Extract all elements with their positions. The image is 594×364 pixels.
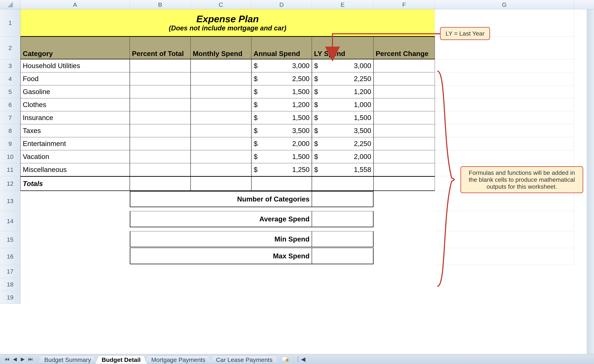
cell-10-A[interactable]: Vacation — [20, 150, 130, 163]
cell-19-G[interactable] — [435, 291, 574, 304]
cell-6-F[interactable] — [373, 98, 435, 111]
cell-19-B[interactable] — [130, 291, 191, 304]
row-header-1[interactable]: 1 — [0, 9, 20, 37]
row-header-5[interactable]: 5 — [0, 85, 20, 98]
column-header-B[interactable]: B — [130, 0, 191, 9]
cell-4-E[interactable]: $2,250 — [312, 72, 373, 85]
totals-cell-A[interactable]: Totals — [20, 176, 130, 191]
cell-6-B[interactable] — [130, 98, 191, 111]
cell-4-C[interactable] — [191, 72, 251, 85]
cell-6-D[interactable]: $1,200 — [251, 98, 312, 111]
cell-5-C[interactable] — [191, 85, 251, 98]
cell-8-D[interactable]: $3,500 — [251, 124, 312, 137]
totals-cell-D[interactable] — [251, 176, 312, 191]
cell-9-A[interactable]: Entertainment — [20, 137, 130, 150]
cell-17-G[interactable] — [435, 265, 574, 278]
summary-label-min-spend[interactable]: Min Spend — [130, 231, 312, 247]
cell-18-D[interactable] — [251, 278, 312, 291]
totals-cell-E[interactable] — [312, 176, 373, 191]
totals-cell-F[interactable] — [373, 176, 435, 191]
table-header-percent-change[interactable]: Percent Change — [373, 37, 435, 59]
cell-3-F[interactable] — [373, 59, 435, 72]
cell-18-F[interactable] — [373, 278, 435, 291]
cell-4-B[interactable] — [130, 72, 191, 85]
row-header-2[interactable]: 2 — [0, 37, 20, 59]
table-header-ly-spend[interactable]: LY Spend — [312, 37, 373, 59]
table-header-annual-spend[interactable]: Annual Spend — [251, 37, 312, 59]
row-header-16[interactable]: 16 — [0, 248, 20, 265]
cell-9-D[interactable]: $2,000 — [251, 137, 312, 150]
cell-19-C[interactable] — [191, 291, 251, 304]
cell-10-E[interactable]: $2,000 — [312, 150, 373, 163]
cell-3-A[interactable]: Household Utilities — [20, 59, 130, 72]
cell-10-C[interactable] — [191, 150, 251, 163]
cell-4-D[interactable]: $2,500 — [251, 72, 312, 85]
cell-3-C[interactable] — [191, 59, 251, 72]
cell-3-D[interactable]: $3,000 — [251, 59, 312, 72]
row-header-7[interactable]: 7 — [0, 111, 20, 124]
cell-5-F[interactable] — [373, 85, 435, 98]
cell-4-A[interactable]: Food — [20, 72, 130, 85]
cell-11-F[interactable] — [373, 163, 435, 176]
tab-nav-first[interactable]: ⏮ — [3, 356, 11, 363]
horizontal-scroll-left[interactable]: ◀ — [298, 356, 305, 362]
cell-19-E[interactable] — [312, 291, 373, 304]
sheet-tab-mortgage-payments[interactable]: Mortgage Payments — [145, 356, 212, 364]
cell-17-B[interactable] — [130, 265, 191, 278]
cell-17-E[interactable] — [312, 265, 373, 278]
row-header-6[interactable]: 6 — [0, 98, 20, 111]
row-header-18[interactable]: 18 — [0, 278, 20, 291]
cell-6-C[interactable] — [191, 98, 251, 111]
cell-9-F[interactable] — [373, 137, 435, 150]
row-header-11[interactable]: 11 — [0, 163, 20, 176]
cell-19-A[interactable] — [20, 291, 130, 304]
vertical-scrollbar[interactable] — [587, 9, 594, 354]
cell-4-F[interactable] — [373, 72, 435, 85]
cell-9-B[interactable] — [130, 137, 191, 150]
row-header-9[interactable]: 9 — [0, 137, 20, 150]
cell-8-C[interactable] — [191, 124, 251, 137]
summary-label-max-spend[interactable]: Max Spend — [130, 248, 312, 264]
column-header-C[interactable]: C — [191, 0, 251, 9]
cell-18-G[interactable] — [435, 278, 574, 291]
cell-11-E[interactable]: $1,558 — [312, 163, 373, 176]
row-header-14[interactable]: 14 — [0, 211, 20, 231]
row-header-19[interactable]: 19 — [0, 291, 20, 304]
sheet-tab-budget-detail[interactable]: Budget Detail — [95, 356, 147, 364]
cell-8-B[interactable] — [130, 124, 191, 137]
summary-label-average-spend[interactable]: Average Spend — [130, 211, 312, 227]
tab-nav-last[interactable]: ⏭ — [27, 356, 34, 363]
cell-18-B[interactable] — [130, 278, 191, 291]
cell-11-D[interactable]: $1,250 — [251, 163, 312, 176]
cell-18-A[interactable] — [20, 278, 130, 291]
cell-19-F[interactable] — [373, 291, 435, 304]
totals-cell-C[interactable] — [191, 176, 251, 191]
cell-7-B[interactable] — [130, 111, 191, 124]
cell-7-D[interactable]: $1,500 — [251, 111, 312, 124]
tab-nav-next[interactable]: ▶ — [19, 356, 27, 363]
row-header-4[interactable]: 4 — [0, 72, 20, 85]
row-header-8[interactable]: 8 — [0, 124, 20, 137]
cell-17-C[interactable] — [191, 265, 251, 278]
cell-7-F[interactable] — [373, 111, 435, 124]
cell-19-D[interactable] — [251, 291, 312, 304]
column-header-E[interactable]: E — [312, 0, 373, 9]
row-header-13[interactable]: 13 — [0, 191, 20, 211]
column-header-A[interactable]: A — [20, 0, 130, 9]
cell-10-B[interactable] — [130, 150, 191, 163]
tab-nav-prev[interactable]: ◀ — [11, 356, 19, 363]
row-header-15[interactable]: 15 — [0, 231, 20, 248]
cell-8-A[interactable]: Taxes — [20, 124, 130, 137]
cell-17-A[interactable] — [20, 265, 130, 278]
summary-value-average-spend[interactable] — [312, 211, 373, 227]
row-header-10[interactable]: 10 — [0, 150, 20, 163]
cell-7-A[interactable]: Insurance — [20, 111, 130, 124]
cell-18-E[interactable] — [312, 278, 373, 291]
column-header-D[interactable]: D — [251, 0, 312, 9]
cell-5-B[interactable] — [130, 85, 191, 98]
table-header-category[interactable]: Category — [20, 37, 130, 59]
new-sheet-button[interactable] — [280, 356, 290, 363]
cell-10-D[interactable]: $1,500 — [251, 150, 312, 163]
cell-11-A[interactable]: Miscellaneous — [20, 163, 130, 176]
column-header-G[interactable]: G — [435, 0, 574, 9]
